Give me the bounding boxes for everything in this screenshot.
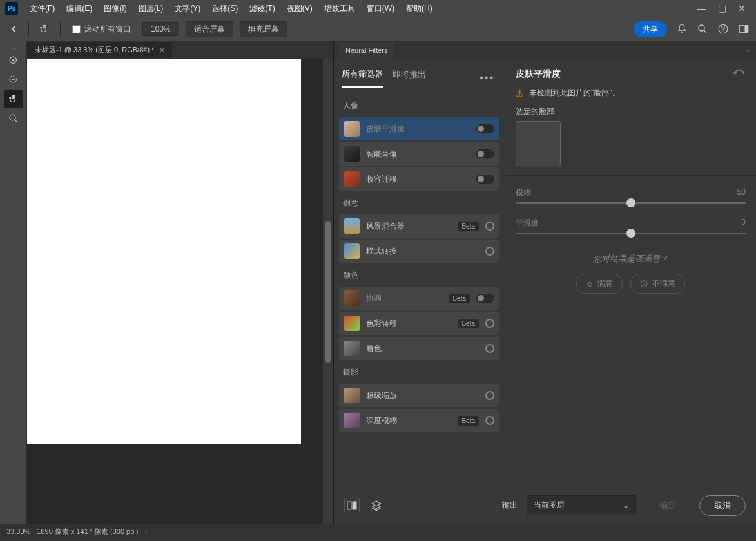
menu-layer[interactable]: 图层(L) — [133, 1, 169, 17]
blur-slider[interactable] — [516, 202, 746, 204]
blur-value: 50 — [737, 187, 746, 198]
menu-select[interactable]: 选择(S) — [207, 1, 243, 17]
hand-tool[interactable] — [4, 90, 23, 108]
beta-badge: Beta — [449, 294, 470, 303]
help-icon[interactable] — [717, 23, 729, 35]
menu-edit[interactable]: 编辑(E) — [61, 1, 97, 17]
hand-tool-icon[interactable] — [35, 21, 53, 37]
collapse-panel-icon[interactable]: ‹‹ — [746, 47, 750, 53]
menu-bar: Ps 文件(F) 编辑(E) 图像(I) 图层(L) 文字(Y) 选择(S) 滤… — [0, 0, 756, 17]
smooth-label: 平滑度 — [516, 218, 539, 229]
beta-badge: Beta — [458, 319, 479, 328]
vertical-scrollbar[interactable] — [323, 59, 333, 524]
toggle-makeup-transfer[interactable] — [476, 175, 494, 184]
zoom-tool[interactable] — [4, 109, 23, 128]
beta-badge: Beta — [458, 222, 479, 231]
feedback-yes-button[interactable]: ☺ 满意 — [576, 274, 623, 294]
status-dimensions: 1890 像素 x 1417 像素 (300 ppi) — [37, 527, 138, 536]
toggle-harmonize[interactable] — [476, 294, 494, 303]
expand-tools-icon[interactable]: ›› — [0, 45, 26, 52]
download-colorize[interactable] — [485, 344, 494, 353]
menu-file[interactable]: 文件(F) — [24, 1, 60, 17]
filter-super-zoom[interactable]: 超级缩放 — [339, 384, 499, 407]
menu-type[interactable]: 文字(Y) — [170, 1, 206, 17]
filter-makeup-transfer[interactable]: 妆容迁移 — [339, 167, 499, 191]
cancel-button[interactable]: 取消 — [699, 495, 746, 516]
toggle-smart-portrait[interactable] — [476, 149, 494, 158]
svg-rect-8 — [353, 502, 356, 509]
share-button[interactable]: 共享 — [634, 21, 667, 37]
warning-icon: ⚠ — [516, 88, 524, 99]
filter-style-transfer[interactable]: 样式转换 — [339, 240, 499, 263]
menu-help[interactable]: 帮助(H) — [401, 1, 438, 17]
blur-label: 模糊 — [516, 187, 531, 198]
back-button[interactable] — [6, 21, 22, 37]
document-area: 未标题-1 @ 33.3% (图层 0, RGB/8#) * × — [27, 41, 333, 524]
bell-icon[interactable] — [676, 23, 688, 35]
svg-rect-3 — [745, 26, 748, 33]
category-photo: 摄影 — [338, 362, 501, 382]
download-color-transfer[interactable] — [485, 319, 494, 328]
document-tab-label: 未标题-1 @ 33.3% (图层 0, RGB/8#) * — [35, 45, 154, 55]
search-icon[interactable] — [697, 23, 708, 35]
svg-rect-7 — [347, 502, 351, 509]
preview-toggle-icon[interactable] — [344, 498, 360, 513]
filter-skin-smoothing[interactable]: 皮肤平滑度 — [339, 117, 499, 140]
filter-harmonize[interactable]: 协调 Beta — [339, 287, 499, 310]
menu-filter[interactable]: 滤镜(T) — [244, 1, 280, 17]
filter-color-transfer[interactable]: 色彩转移 Beta — [339, 312, 499, 335]
workspace-icon[interactable] — [738, 23, 750, 35]
filter-smart-portrait[interactable]: 智能肖像 — [339, 142, 499, 166]
filter-depth-blur[interactable]: 深度模糊 Beta — [339, 409, 499, 432]
zoom-input[interactable]: 100% — [142, 22, 179, 36]
toggle-skin-smoothing[interactable] — [476, 124, 494, 133]
menu-plugins[interactable]: 增效工具 — [319, 1, 360, 17]
face-preview-box[interactable] — [516, 121, 561, 166]
layers-icon[interactable] — [369, 498, 384, 513]
menu-image[interactable]: 图像(I) — [99, 1, 131, 17]
status-chevron-icon[interactable]: › — [144, 527, 147, 535]
options-bar: 滚动所有窗口 100% 适合屏幕 填充屏幕 共享 — [0, 17, 756, 41]
maximize-icon[interactable]: ▢ — [718, 3, 726, 14]
status-zoom[interactable]: 33.33% — [6, 527, 30, 535]
tab-upcoming[interactable]: 即将推出 — [393, 69, 426, 87]
download-depth-blur[interactable] — [485, 416, 494, 425]
filter-landscape-mixer[interactable]: 风景混合器 Beta — [339, 214, 499, 238]
category-portrait: 人像 — [338, 95, 501, 115]
beta-badge: Beta — [458, 416, 479, 426]
close-icon[interactable]: ✕ — [738, 3, 746, 14]
chevron-down-icon: ⌄ — [623, 501, 629, 510]
zoom-out-tool[interactable] — [4, 71, 23, 89]
menu-window[interactable]: 窗口(W) — [362, 1, 400, 17]
svg-point-0 — [699, 25, 704, 31]
document-tab[interactable]: 未标题-1 @ 33.3% (图层 0, RGB/8#) * × — [27, 42, 172, 58]
filter-colorize[interactable]: 着色 — [339, 337, 499, 360]
panel-tab[interactable]: Neural Filters — [339, 43, 394, 58]
category-creative: 创意 — [338, 193, 501, 213]
svg-point-6 — [10, 115, 15, 120]
output-label: 输出 — [502, 500, 518, 511]
status-bar: 33.33% 1890 像素 x 1417 像素 (300 ppi) › — [0, 524, 756, 538]
category-color: 颜色 — [338, 265, 501, 285]
zoom-in-tool[interactable] — [4, 52, 23, 70]
smooth-slider[interactable] — [516, 233, 746, 234]
tab-close-icon[interactable]: × — [159, 45, 164, 55]
scroll-all-windows-checkbox[interactable]: 滚动所有窗口 — [67, 24, 136, 35]
settings-title: 皮肤平滑度 — [516, 68, 561, 80]
fit-screen-button[interactable]: 适合屏幕 — [186, 21, 233, 37]
minimize-icon[interactable]: — — [697, 3, 706, 14]
menu-view[interactable]: 视图(V) — [282, 1, 318, 17]
fill-screen-button[interactable]: 填充屏幕 — [240, 21, 287, 37]
ok-button[interactable]: 确定 — [645, 496, 690, 515]
more-icon[interactable]: ••• — [480, 72, 497, 84]
canvas[interactable] — [27, 59, 301, 444]
reset-icon[interactable] — [733, 69, 746, 79]
download-super-zoom[interactable] — [485, 391, 494, 400]
feedback-no-button[interactable]: ☹ 不满意 — [630, 274, 685, 294]
output-select[interactable]: 当前图层 ⌄ — [527, 495, 636, 515]
download-landscape-mixer[interactable] — [485, 222, 494, 231]
smooth-value: 0 — [741, 218, 746, 229]
tab-all-filters[interactable]: 所有筛选器 — [342, 68, 383, 88]
filter-settings-column: 皮肤平滑度 ⚠ 未检测到此图片的"脸部"。 选定的脸部 模糊 50 — [505, 59, 756, 486]
download-style-transfer[interactable] — [485, 247, 494, 256]
